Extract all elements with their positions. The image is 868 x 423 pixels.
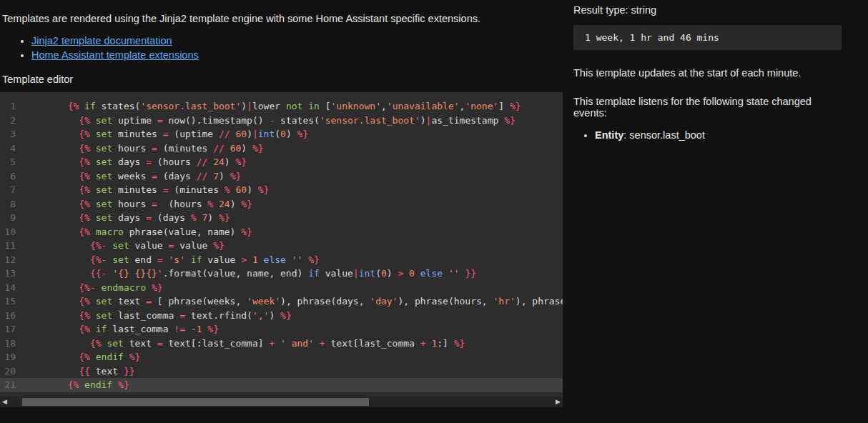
code-line[interactable]: 19 {% endif %} [0, 350, 563, 364]
template-editor[interactable]: 1 {% if states('sensor.last_boot')|lower… [0, 92, 563, 407]
code-text: {% if last_comma != -1 %} [21, 322, 563, 337]
code-text: {% set days = (days % 7) %} [21, 211, 563, 225]
line-number: 6 [0, 169, 21, 184]
code-text: {%- endmacro %} [21, 281, 563, 295]
update-note: This template updates at the start of ea… [573, 67, 842, 79]
entity-label: Entity [595, 129, 623, 141]
code-line[interactable]: 9 {% set days = (days % 7) %} [0, 211, 563, 225]
code-text: {%- set end = 's' if value > 1 else '' %… [21, 253, 563, 267]
code-text: {% endif %} [21, 378, 563, 392]
code-line[interactable]: 10 {% macro phrase(value, name) %} [0, 225, 563, 239]
line-number: 21 [0, 378, 21, 392]
code-text: {% macro phrase(value, name) %} [21, 225, 563, 239]
code-text: {% set last_comma = text.rfind(',') %} [21, 309, 563, 323]
line-number: 8 [0, 197, 21, 211]
code-text: {% set weeks = (days // 7) %} [21, 169, 563, 184]
ha-extensions-link[interactable]: Home Assistant template extensions [31, 49, 199, 61]
scroll-right-icon[interactable]: ▶ [553, 397, 563, 407]
code-text: {% if states('sensor.last_boot')|lower n… [21, 99, 563, 114]
listen-note: This template listens for the following … [573, 96, 842, 119]
result-type-label: Result type: string [573, 4, 842, 16]
scrollbar-thumb[interactable] [22, 398, 369, 406]
line-number: 15 [0, 294, 21, 309]
intro-text: Templates are rendered using the Jinja2 … [2, 13, 563, 24]
code-line[interactable]: 11 {%- set value = value %} [0, 239, 563, 253]
code-text: {% set uptime = now().timestamp() - stat… [21, 114, 563, 128]
code-line[interactable]: 5 {% set days = (hours // 24) %} [0, 155, 563, 169]
code-line[interactable]: 2 {% set uptime = now().timestamp() - st… [0, 114, 563, 128]
code-lines[interactable]: 1 {% if states('sensor.last_boot')|lower… [0, 92, 563, 392]
code-line[interactable]: 18 {% set text = text[:last_comma] + ' a… [0, 337, 563, 351]
line-number: 9 [0, 211, 21, 225]
line-number: 19 [0, 350, 21, 364]
line-number: 3 [0, 127, 21, 141]
code-line[interactable]: 3 {% set minutes = (uptime // 60)|int(0)… [0, 127, 563, 141]
line-number: 4 [0, 141, 21, 156]
line-number: 14 [0, 281, 21, 295]
code-text: {% set hours = (minutes // 60) %} [21, 141, 563, 156]
entity-list: Entity: sensor.last_boot [573, 128, 842, 142]
line-number: 18 [0, 337, 21, 351]
horizontal-scrollbar[interactable]: ◀ ▶ [0, 397, 563, 407]
code-line[interactable]: 20 {{ text }} [0, 364, 563, 379]
code-line[interactable]: 14 {%- endmacro %} [0, 281, 563, 295]
code-text: {%- set value = value %} [21, 239, 563, 253]
code-text: {{- '{} {}{}'.format(value, name, end) i… [21, 267, 563, 281]
code-line[interactable]: 13 {{- '{} {}{}'.format(value, name, end… [0, 267, 563, 281]
code-line[interactable]: 6 {% set weeks = (days // 7) %} [0, 169, 563, 184]
code-line[interactable]: 1 {% if states('sensor.last_boot')|lower… [0, 99, 563, 114]
code-line[interactable]: 4 {% set hours = (minutes // 60) %} [0, 141, 563, 156]
line-number: 13 [0, 267, 21, 281]
code-text: {% set days = (hours // 24) %} [21, 155, 563, 169]
code-text: {% set hours = (hours % 24) %} [21, 197, 563, 211]
doc-links: Jinja2 template documentation Home Assis… [0, 34, 563, 62]
jinja-docs-link[interactable]: Jinja2 template documentation [31, 35, 172, 46]
scroll-left-icon[interactable]: ◀ [0, 397, 9, 407]
template-dev-tool: Templates are rendered using the Jinja2 … [0, 0, 868, 423]
left-panel: Templates are rendered using the Jinja2 … [0, 0, 563, 423]
line-number: 7 [0, 183, 21, 197]
code-line[interactable]: 12 {%- set end = 's' if value > 1 else '… [0, 253, 563, 267]
code-text: {% set minutes = (minutes % 60) %} [21, 183, 563, 197]
code-text: {% set text = [ phrase(weeks, 'week'), p… [21, 294, 563, 309]
code-line[interactable]: 15 {% set text = [ phrase(weeks, 'week')… [0, 294, 563, 309]
entity-item: Entity: sensor.last_boot [595, 128, 842, 142]
code-text: {% endif %} [21, 350, 563, 364]
line-number: 12 [0, 253, 21, 267]
code-line[interactable]: 8 {% set hours = (hours % 24) %} [0, 197, 563, 211]
template-editor-label: Template editor [2, 74, 563, 85]
code-text: {{ text }} [21, 364, 563, 379]
code-line[interactable]: 7 {% set minutes = (minutes % 60) %} [0, 183, 563, 197]
line-number: 11 [0, 239, 21, 253]
line-number: 5 [0, 155, 21, 169]
line-number: 2 [0, 114, 21, 128]
entity-value: sensor.last_boot [629, 129, 705, 141]
list-item: Home Assistant template extensions [31, 48, 563, 62]
line-number: 16 [0, 309, 21, 323]
line-number: 1 [0, 99, 21, 114]
code-line[interactable]: 21 {% endif %} [0, 378, 563, 392]
code-line[interactable]: 16 {% set last_comma = text.rfind(',') %… [0, 309, 563, 323]
scrollbar-track[interactable] [9, 397, 553, 407]
code-text: {% set text = text[:last_comma] + ' and'… [21, 337, 563, 351]
result-output: 1 week, 1 hr and 46 mins [573, 25, 842, 50]
code-line[interactable]: 17 {% if last_comma != -1 %} [0, 322, 563, 337]
list-item: Jinja2 template documentation [31, 34, 563, 48]
result-value: 1 week, 1 hr and 46 mins [585, 32, 719, 43]
line-number: 10 [0, 225, 21, 239]
line-number: 17 [0, 322, 21, 337]
line-number: 20 [0, 364, 21, 379]
result-panel: Result type: string 1 week, 1 hr and 46 … [563, 0, 868, 423]
code-text: {% set minutes = (uptime // 60)|int(0) %… [21, 127, 563, 141]
